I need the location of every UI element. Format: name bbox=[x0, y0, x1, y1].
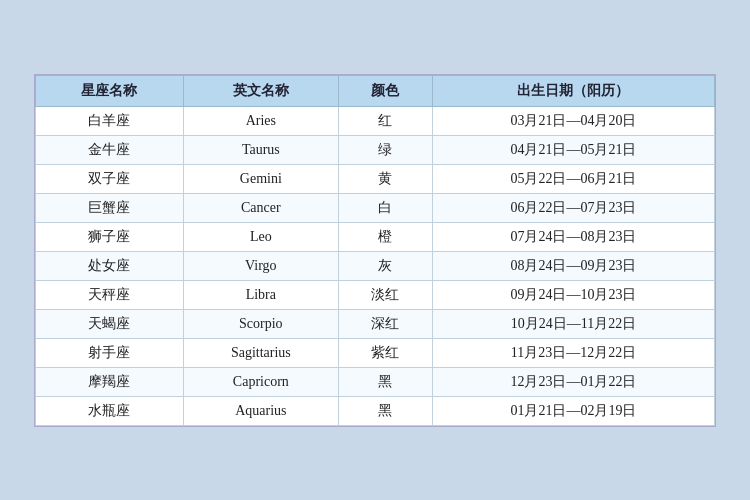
cell-chinese: 双子座 bbox=[36, 164, 184, 193]
table-row: 射手座Sagittarius紫红11月23日—12月22日 bbox=[36, 338, 715, 367]
cell-color: 淡红 bbox=[338, 280, 432, 309]
cell-english: Taurus bbox=[183, 135, 338, 164]
header-dates: 出生日期（阳历） bbox=[432, 75, 714, 106]
cell-dates: 11月23日—12月22日 bbox=[432, 338, 714, 367]
cell-dates: 10月24日—11月22日 bbox=[432, 309, 714, 338]
zodiac-table-wrapper: 星座名称 英文名称 颜色 出生日期（阳历） 白羊座Aries红03月21日—04… bbox=[34, 74, 716, 427]
cell-english: Sagittarius bbox=[183, 338, 338, 367]
cell-chinese: 巨蟹座 bbox=[36, 193, 184, 222]
cell-chinese: 狮子座 bbox=[36, 222, 184, 251]
header-chinese-name: 星座名称 bbox=[36, 75, 184, 106]
table-row: 双子座Gemini黄05月22日—06月21日 bbox=[36, 164, 715, 193]
table-row: 天秤座Libra淡红09月24日—10月23日 bbox=[36, 280, 715, 309]
header-english-name: 英文名称 bbox=[183, 75, 338, 106]
cell-dates: 03月21日—04月20日 bbox=[432, 106, 714, 135]
cell-dates: 06月22日—07月23日 bbox=[432, 193, 714, 222]
table-row: 金牛座Taurus绿04月21日—05月21日 bbox=[36, 135, 715, 164]
cell-color: 黑 bbox=[338, 396, 432, 425]
cell-color: 深红 bbox=[338, 309, 432, 338]
table-row: 巨蟹座Cancer白06月22日—07月23日 bbox=[36, 193, 715, 222]
cell-dates: 05月22日—06月21日 bbox=[432, 164, 714, 193]
cell-chinese: 白羊座 bbox=[36, 106, 184, 135]
table-row: 狮子座Leo橙07月24日—08月23日 bbox=[36, 222, 715, 251]
cell-dates: 04月21日—05月21日 bbox=[432, 135, 714, 164]
cell-chinese: 金牛座 bbox=[36, 135, 184, 164]
cell-chinese: 水瓶座 bbox=[36, 396, 184, 425]
cell-chinese: 天秤座 bbox=[36, 280, 184, 309]
cell-english: Capricorn bbox=[183, 367, 338, 396]
cell-dates: 07月24日—08月23日 bbox=[432, 222, 714, 251]
table-body: 白羊座Aries红03月21日—04月20日金牛座Taurus绿04月21日—0… bbox=[36, 106, 715, 425]
cell-chinese: 摩羯座 bbox=[36, 367, 184, 396]
cell-dates: 08月24日—09月23日 bbox=[432, 251, 714, 280]
cell-color: 白 bbox=[338, 193, 432, 222]
cell-chinese: 射手座 bbox=[36, 338, 184, 367]
table-row: 天蝎座Scorpio深红10月24日—11月22日 bbox=[36, 309, 715, 338]
table-row: 白羊座Aries红03月21日—04月20日 bbox=[36, 106, 715, 135]
cell-color: 灰 bbox=[338, 251, 432, 280]
cell-color: 橙 bbox=[338, 222, 432, 251]
cell-chinese: 天蝎座 bbox=[36, 309, 184, 338]
cell-color: 紫红 bbox=[338, 338, 432, 367]
cell-color: 绿 bbox=[338, 135, 432, 164]
cell-english: Aries bbox=[183, 106, 338, 135]
zodiac-table: 星座名称 英文名称 颜色 出生日期（阳历） 白羊座Aries红03月21日—04… bbox=[35, 75, 715, 426]
cell-color: 黑 bbox=[338, 367, 432, 396]
cell-dates: 09月24日—10月23日 bbox=[432, 280, 714, 309]
cell-color: 黄 bbox=[338, 164, 432, 193]
cell-english: Cancer bbox=[183, 193, 338, 222]
table-row: 摩羯座Capricorn黑12月23日—01月22日 bbox=[36, 367, 715, 396]
cell-english: Virgo bbox=[183, 251, 338, 280]
cell-english: Gemini bbox=[183, 164, 338, 193]
cell-english: Libra bbox=[183, 280, 338, 309]
cell-english: Scorpio bbox=[183, 309, 338, 338]
table-header-row: 星座名称 英文名称 颜色 出生日期（阳历） bbox=[36, 75, 715, 106]
cell-dates: 12月23日—01月22日 bbox=[432, 367, 714, 396]
header-color: 颜色 bbox=[338, 75, 432, 106]
cell-color: 红 bbox=[338, 106, 432, 135]
cell-english: Aquarius bbox=[183, 396, 338, 425]
table-row: 处女座Virgo灰08月24日—09月23日 bbox=[36, 251, 715, 280]
cell-chinese: 处女座 bbox=[36, 251, 184, 280]
cell-english: Leo bbox=[183, 222, 338, 251]
table-row: 水瓶座Aquarius黑01月21日—02月19日 bbox=[36, 396, 715, 425]
cell-dates: 01月21日—02月19日 bbox=[432, 396, 714, 425]
